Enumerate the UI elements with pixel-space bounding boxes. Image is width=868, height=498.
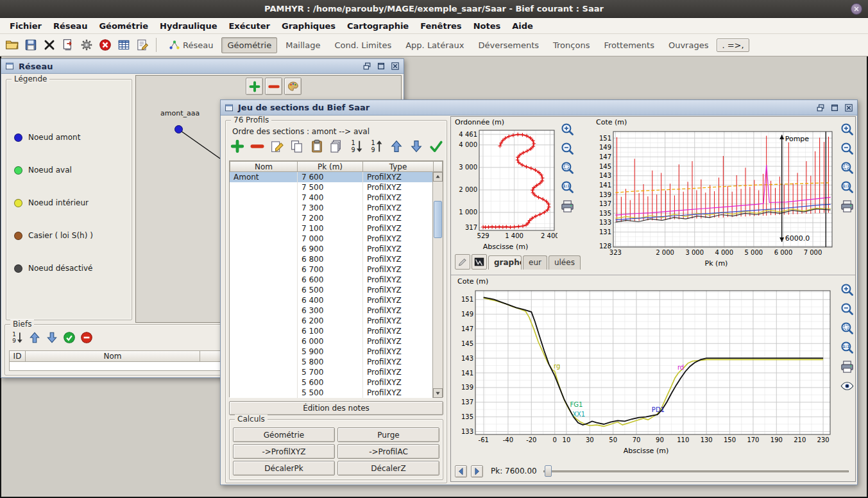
table-row[interactable]: 7 200ProfilXYZ <box>230 213 434 223</box>
table-row[interactable]: 5 600ProfilXYZ <box>230 377 434 388</box>
menu-aide[interactable]: Aide <box>506 19 539 33</box>
toolbar-button-deversements[interactable]: Déversements <box>472 37 545 53</box>
table-row[interactable]: 6 700ProfilXYZ <box>230 264 434 275</box>
maximize-icon[interactable] <box>830 103 840 113</box>
biefs-column-header-id[interactable]: ID <box>9 350 26 362</box>
toolbar-button-reseau[interactable]: Réseau <box>163 36 219 54</box>
scrollbar-thumb[interactable] <box>434 201 442 238</box>
table-row[interactable]: 6 200ProfilXYZ <box>230 316 434 326</box>
paste-icon[interactable] <box>309 139 325 154</box>
plot-tool-section-button[interactable] <box>472 254 487 270</box>
table-row[interactable]: 7 400ProfilXYZ <box>230 193 434 203</box>
toolbar-button-cond-limites[interactable]: Cond. Limites <box>328 37 397 53</box>
table-row[interactable]: 7 500ProfilXYZ <box>230 182 434 193</box>
section-plot[interactable]: -61-40-200103050709011013015017019021023… <box>456 286 836 445</box>
zoom-in-icon[interactable] <box>560 122 575 137</box>
arrow-down-icon[interactable] <box>409 139 424 154</box>
table-row[interactable]: 6 500ProfilXYZ <box>230 285 434 295</box>
toolbar-button-btn[interactable]: . =>, <box>717 39 749 52</box>
zoom-actual-icon[interactable]: 1:1 <box>840 340 855 355</box>
table-row[interactable]: 5 800ProfilXYZ <box>230 357 434 367</box>
calcul-button-profilxyz[interactable]: ->ProfilXYZ <box>233 444 335 459</box>
app-close-button[interactable] <box>851 3 862 15</box>
table-row[interactable]: 6 300ProfilXYZ <box>230 305 434 316</box>
menu-geometrie[interactable]: Géométrie <box>93 19 154 33</box>
toolbar-button-geometrie[interactable]: Géométrie <box>221 37 277 53</box>
arrow-down-icon[interactable] <box>45 331 59 345</box>
toolbar-button-frottements[interactable]: Frottements <box>598 37 660 53</box>
remove-circle-icon[interactable] <box>80 331 94 345</box>
menu-fichier[interactable]: Fichier <box>4 19 47 33</box>
zoom-select-icon[interactable] <box>840 321 855 336</box>
table-row[interactable]: 6 800ProfilXYZ <box>230 254 434 264</box>
calcul-button-decalerpk[interactable]: DécalerPk <box>233 461 335 476</box>
table-row[interactable]: 6 900ProfilXYZ <box>230 244 434 254</box>
table-row[interactable]: 6 600ProfilXYZ <box>230 275 434 285</box>
close-icon[interactable] <box>42 38 56 52</box>
print-icon[interactable] <box>840 359 855 374</box>
remove-icon[interactable] <box>250 139 265 154</box>
eye-icon[interactable] <box>840 379 855 393</box>
close-icon[interactable] <box>390 61 400 71</box>
tab-eur[interactable]: eur <box>523 255 547 270</box>
zoom-actual-icon[interactable]: 1:1 <box>560 180 575 194</box>
calcul-button-geometrie[interactable]: Géométrie <box>233 427 335 442</box>
pk-slider-thumb[interactable] <box>545 465 552 477</box>
zoom-select-icon[interactable] <box>840 160 855 175</box>
calcul-button-purge[interactable]: Purge <box>337 427 439 442</box>
table-row[interactable]: 7 300ProfilXYZ <box>230 203 434 213</box>
sections-window[interactable]: Jeu de sections du Bief Saar 76 Profils … <box>220 99 858 485</box>
menu-graphiques[interactable]: Graphiques <box>276 19 341 33</box>
check-circle-icon[interactable] <box>62 331 76 345</box>
table-row[interactable]: 7 100ProfilXYZ <box>230 223 434 234</box>
sort-up-icon[interactable]: 19 <box>369 139 384 154</box>
scroll-up-button[interactable] <box>433 172 443 182</box>
toolbar-button-maillage[interactable]: Maillage <box>280 37 326 53</box>
notes-icon[interactable] <box>135 38 149 52</box>
plan-plot[interactable]: 5291 4002 4004 4614 0003 0002 0001 00031… <box>454 127 557 241</box>
stop-icon[interactable] <box>98 38 112 52</box>
plot-tool-pencil-button[interactable] <box>455 254 470 270</box>
print-icon[interactable] <box>560 199 575 214</box>
calcul-button-profilac[interactable]: ->ProfilAC <box>337 444 439 459</box>
tab-ulees[interactable]: ulées <box>549 255 581 270</box>
reseau-window-titlebar[interactable]: Réseau <box>1 59 404 74</box>
add-icon[interactable] <box>230 139 245 154</box>
export-icon[interactable] <box>61 38 75 52</box>
pk-slider-track[interactable] <box>543 470 849 472</box>
previous-profile-button[interactable] <box>455 465 467 477</box>
print-icon[interactable] <box>840 199 855 214</box>
upstream-node[interactable] <box>174 125 183 133</box>
table-row[interactable]: 7 000ProfilXYZ <box>230 234 434 244</box>
arrow-up-icon[interactable] <box>389 139 404 154</box>
check-icon[interactable] <box>429 139 444 154</box>
sections-window-titlebar[interactable]: Jeu de sections du Bief Saar <box>221 100 857 116</box>
close-icon[interactable] <box>844 103 854 113</box>
zoom-actual-icon[interactable]: 1:1 <box>840 180 855 194</box>
profile-plot[interactable]: 3232 0003 0004 0005 0006 0007 0001511491… <box>596 127 837 258</box>
table-row[interactable]: 5 900ProfilXYZ <box>230 347 434 357</box>
table-scrollbar[interactable] <box>432 172 443 398</box>
zoom-out-icon[interactable] <box>840 141 855 156</box>
scroll-down-button[interactable] <box>433 388 443 398</box>
pk-slider[interactable] <box>543 464 849 478</box>
table-row[interactable]: 6 000ProfilXYZ <box>230 336 434 347</box>
app-titlebar[interactable]: PAMHYR : /home/parouby/MAGE/exemple_saar… <box>0 0 868 18</box>
column-header-pk-m[interactable]: Pk (m) <box>298 161 363 172</box>
toolbar-button-app-lateraux[interactable]: App. Latéraux <box>400 37 470 53</box>
table-row[interactable]: 5 700ProfilXYZ <box>230 367 434 377</box>
save-icon[interactable] <box>24 38 38 52</box>
edit-icon[interactable] <box>269 139 285 154</box>
menu-notes[interactable]: Notes <box>468 19 507 33</box>
biefs-column-header-nom[interactable]: Nom <box>26 350 200 362</box>
toolbar-button-troncons[interactable]: Tronçons <box>547 37 595 53</box>
restore-icon[interactable] <box>815 103 826 113</box>
zoom-out-icon[interactable] <box>560 141 575 156</box>
menu-reseau[interactable]: Réseau <box>47 19 93 33</box>
table-row[interactable]: 6 100ProfilXYZ <box>230 326 434 336</box>
profile-plot-svg[interactable]: 3232 0003 0004 0005 0006 0007 0001511491… <box>596 127 837 258</box>
tab-graphe[interactable]: graphe <box>488 255 522 270</box>
table-row[interactable]: 5 500ProfilXYZ <box>230 388 434 398</box>
grid-icon[interactable] <box>117 38 131 52</box>
table-row[interactable]: Amont7 600ProfilXYZ <box>230 172 434 182</box>
